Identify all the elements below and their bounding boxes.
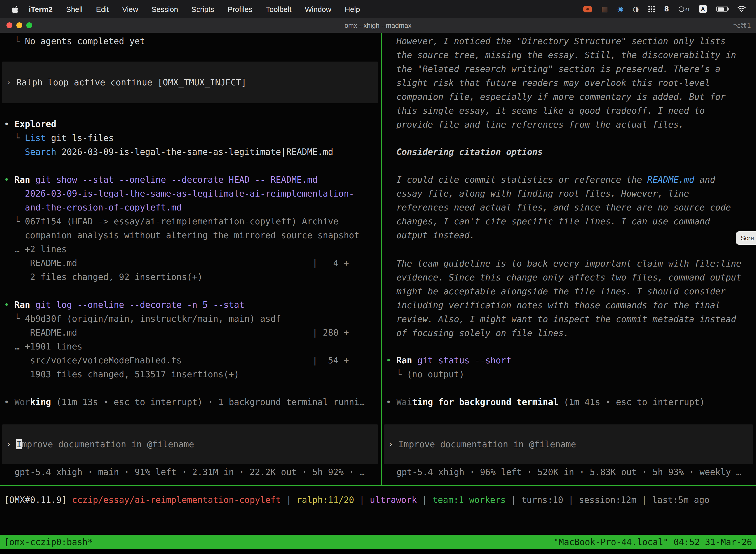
model-status-line-right: gpt-5.4 xhigh · 96% left · 520K in · 5.8… bbox=[382, 465, 756, 479]
waiting-status-line: • Waiting for background terminal (1m 41… bbox=[382, 395, 756, 409]
text-segment: essay file, along with finding root file… bbox=[386, 189, 689, 199]
text-segment: • bbox=[4, 175, 14, 185]
menu-item[interactable]: Help bbox=[345, 5, 360, 13]
terminal-line: I could cite commit statistics or refere… bbox=[386, 173, 752, 187]
screen-recording-icon[interactable] bbox=[583, 6, 592, 12]
text-segment: including verification notes with those … bbox=[386, 300, 720, 310]
terminal-line: including verification notes with those … bbox=[386, 298, 752, 312]
terminal-line: The team guideline is to back every impo… bbox=[386, 257, 752, 271]
grid-app-icon[interactable]: ▦ bbox=[601, 5, 608, 13]
dots-grid-icon[interactable] bbox=[648, 6, 655, 12]
menu-item[interactable]: View bbox=[122, 5, 138, 13]
terminal-line: review. Also, I might want to inspect th… bbox=[386, 312, 752, 326]
text-segment: might be acceptable alongside the file l… bbox=[386, 286, 726, 296]
text-segment: • bbox=[4, 300, 14, 310]
text-segment: git log --oneline --decorate -n 5 --stat bbox=[35, 300, 244, 310]
minimize-button[interactable] bbox=[16, 22, 22, 28]
terminal-line: changes, I can't cite specific file line… bbox=[386, 214, 752, 228]
battery-gauge-icon[interactable]: .61 bbox=[678, 6, 690, 12]
menu-item-app[interactable]: iTerm2 bbox=[29, 5, 53, 13]
stats-app-icon[interactable]: 8 bbox=[664, 5, 669, 13]
text-segment: | bbox=[563, 495, 579, 505]
text-segment: companion file, especially if more comme… bbox=[386, 92, 726, 102]
text-segment: the "Related research writing" section i… bbox=[386, 64, 720, 74]
tmux-host-time: "MacBook-Pro-44.local" 04:52 31-Mar-26 bbox=[553, 537, 752, 547]
text-segment: • bbox=[4, 119, 14, 129]
terminal-line: and-the-erosion-of-copyleft.md bbox=[4, 201, 377, 214]
text-segment: gpt-5.4 xhigh · 96% left · 520K in · 5.8… bbox=[386, 467, 741, 477]
disc-app-icon[interactable]: ◑ bbox=[633, 5, 639, 13]
text-segment: No agents completed yet bbox=[25, 36, 145, 46]
text-segment: └ bbox=[4, 133, 25, 143]
text-segment: src/voice/voiceModeEnabled.ts bbox=[4, 355, 182, 365]
text-segment: provide file and line references from th… bbox=[386, 120, 684, 129]
terminal-line: src/voice/voiceModeEnabled.ts | 54 + bbox=[4, 353, 377, 367]
window-title: omx --xhigh --madmax bbox=[344, 21, 412, 29]
terminal-line: › Improve documentation in @filename bbox=[388, 437, 749, 451]
text-segment: Considering citation options bbox=[386, 147, 543, 157]
terminal-line: slight risk that future readers may over… bbox=[386, 76, 752, 90]
wifi-icon[interactable] bbox=[737, 5, 746, 12]
explored-block: • Explored └ List git ls-files Search 20… bbox=[0, 117, 381, 159]
prompt-input-left[interactable]: › Improve documentation in @filename bbox=[2, 425, 378, 464]
terminal-line: … +2 lines bbox=[4, 242, 377, 256]
input-source-icon[interactable]: A bbox=[699, 5, 707, 13]
text-segment: 2026-03-09-is-legal-the-same-as-legitima… bbox=[25, 189, 354, 199]
text-segment bbox=[4, 189, 25, 199]
zoom-button[interactable] bbox=[26, 22, 32, 28]
text-segment bbox=[4, 147, 25, 157]
text-segment: › bbox=[6, 439, 16, 449]
text-segment: ting for background terminal bbox=[412, 397, 558, 407]
prompt-input-right[interactable]: › Improve documentation in @filename bbox=[384, 425, 753, 464]
menu-item[interactable]: Profiles bbox=[228, 5, 252, 13]
battery-icon[interactable] bbox=[716, 6, 728, 12]
menu-item[interactable]: Session bbox=[151, 5, 178, 13]
ralph-loop-banner[interactable]: › Ralph loop active continue [OMX_TMUX_I… bbox=[2, 62, 378, 103]
terminal-line: evidence. Since this change only affects… bbox=[386, 271, 752, 284]
terminal-line: output instead. bbox=[386, 228, 752, 242]
text-segment: and bbox=[694, 175, 715, 185]
text-segment: the source tree, missing the essay. Stil… bbox=[386, 50, 736, 60]
text-segment bbox=[30, 300, 35, 310]
menu-status-icons: ▦ ◉ ◑ 8 .61 A bbox=[583, 5, 746, 13]
text-segment: 1903 files changed, 513517 insertions(+) bbox=[4, 369, 239, 379]
terminal-line: essay file, along with finding root file… bbox=[386, 187, 752, 201]
text-segment: mprove documentation in @filename bbox=[21, 439, 194, 449]
terminal-line: provide file and line references from th… bbox=[386, 118, 752, 131]
close-button[interactable] bbox=[6, 22, 12, 28]
reasoning-paragraph-3: The team guideline is to back every impo… bbox=[382, 257, 756, 340]
text-segment: | bbox=[506, 495, 521, 505]
menu-item[interactable]: Shell bbox=[66, 5, 82, 13]
terminal-line: README.md | 4 + bbox=[4, 256, 377, 270]
left-pane[interactable]: └ No agents completed yet › Ralph loop a… bbox=[0, 33, 381, 535]
battery-fill bbox=[717, 7, 724, 11]
screen: iTerm2 ShellEditViewSessionScriptsProfil… bbox=[0, 0, 756, 554]
battery-nub bbox=[728, 8, 729, 10]
text-segment: | 280 + bbox=[312, 328, 349, 338]
menu-item[interactable]: Window bbox=[305, 5, 331, 13]
terminal-line: the "Related research writing" section i… bbox=[386, 62, 752, 76]
text-segment: 4b9d30f (origin/main, instructkr/main, m… bbox=[25, 314, 281, 324]
apple-menu-icon[interactable] bbox=[12, 5, 19, 13]
menu-item[interactable]: Scripts bbox=[191, 5, 214, 13]
traffic-lights bbox=[6, 22, 32, 28]
browser-app-icon[interactable]: ◉ bbox=[617, 5, 623, 13]
text-segment: | 54 + bbox=[312, 355, 349, 365]
menu-item[interactable]: Edit bbox=[96, 5, 109, 13]
text-segment: README.md bbox=[647, 175, 694, 185]
text-segment: Ralph loop active continue [OMX_TMUX_INJ… bbox=[16, 77, 246, 88]
right-pane[interactable]: However, I noticed the "Directory Struct… bbox=[382, 33, 756, 535]
terminal-line: However, I noticed the "Directory Struct… bbox=[386, 34, 752, 48]
terminal-line: references need actual files, and since … bbox=[386, 201, 752, 214]
terminal-line: › Improve documentation in @filename bbox=[6, 437, 374, 451]
gauge-ring-icon bbox=[678, 6, 684, 12]
tmux-session-label[interactable]: [omx-cczip0:bash* bbox=[4, 537, 93, 547]
window-title-bar[interactable]: omx --xhigh --madmax ⌥⌘1 bbox=[0, 18, 756, 33]
text-segment: king bbox=[30, 397, 51, 407]
text-segment: Search bbox=[25, 147, 56, 157]
screenshot-notification[interactable]: Scre bbox=[736, 231, 756, 245]
text-segment: review. Also, I might want to inspect th… bbox=[386, 314, 736, 324]
terminal-line: • Ran git status --short bbox=[386, 353, 752, 367]
text-segment: Improve documentation in @filename bbox=[398, 439, 576, 449]
menu-item[interactable]: Toolbelt bbox=[266, 5, 292, 13]
